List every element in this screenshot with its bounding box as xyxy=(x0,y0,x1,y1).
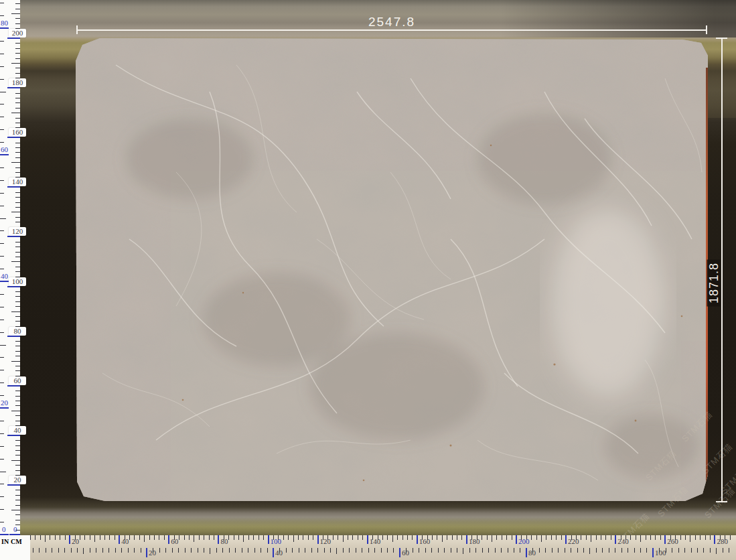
inch-minor-tick xyxy=(0,307,4,307)
cm-minor-tick xyxy=(630,535,631,540)
cm-minor-tick xyxy=(15,123,20,123)
inch-minor-tick xyxy=(317,548,318,553)
cm-major-tick xyxy=(417,535,418,544)
width-dimension-end-tick xyxy=(706,25,707,34)
cm-minor-tick xyxy=(288,535,289,540)
inch-minor-tick xyxy=(0,509,4,510)
cm-minor-tick xyxy=(313,535,313,540)
cm-minor-tick xyxy=(204,535,204,540)
cm-major-tick xyxy=(516,535,517,544)
inch-minor-tick xyxy=(381,548,382,553)
cm-major-tick xyxy=(7,484,20,486)
cm-minor-tick xyxy=(432,535,433,540)
cm-mid-tick xyxy=(11,510,20,510)
cm-minor-tick xyxy=(154,535,155,540)
inch-minor-tick xyxy=(134,548,135,553)
cm-minor-tick xyxy=(561,535,562,540)
cm-minor-tick xyxy=(15,98,20,98)
inch-minor-tick xyxy=(0,320,4,320)
inch-mid-tick xyxy=(83,548,84,554)
inch-minor-tick xyxy=(128,548,129,553)
cm-major-tick xyxy=(69,535,70,544)
inch-minor-tick xyxy=(77,548,78,553)
inch-minor-tick xyxy=(159,548,160,553)
inch-minor-tick xyxy=(267,548,268,553)
cm-major-tick xyxy=(7,137,20,138)
bottom-cm-ruler-number: 60 xyxy=(171,537,178,546)
inch-minor-tick xyxy=(0,421,4,421)
cm-minor-tick xyxy=(134,535,135,540)
cm-minor-tick xyxy=(546,535,546,540)
cm-minor-tick xyxy=(15,172,20,173)
cm-mid-tick xyxy=(11,261,20,262)
inch-minor-tick xyxy=(451,548,451,553)
bottom-cm-ruler-number: 260 xyxy=(667,537,678,546)
cm-minor-tick xyxy=(15,520,20,520)
inch-minor-tick xyxy=(52,548,52,553)
inch-minor-tick xyxy=(229,548,230,553)
cm-minor-tick xyxy=(15,316,20,317)
inch-minor-tick xyxy=(96,548,96,553)
inch-minor-tick xyxy=(46,548,46,553)
inch-minor-tick xyxy=(0,370,4,370)
cm-mid-tick xyxy=(11,460,20,461)
cm-minor-tick xyxy=(15,257,20,257)
cm-minor-tick xyxy=(15,93,20,94)
cm-minor-tick xyxy=(636,535,636,540)
left-inch-zero-number: 0 xyxy=(2,525,6,534)
cm-minor-tick xyxy=(104,535,105,540)
cm-minor-tick xyxy=(15,207,20,208)
cm-mid-tick xyxy=(144,535,145,542)
inch-minor-tick xyxy=(640,548,641,553)
cm-minor-tick xyxy=(100,535,100,540)
inch-minor-tick xyxy=(609,548,609,553)
cm-minor-tick xyxy=(15,401,20,401)
cm-major-tick xyxy=(7,286,20,287)
inch-minor-tick xyxy=(58,548,59,553)
inch-minor-tick xyxy=(703,548,704,553)
inch-minor-tick xyxy=(387,548,388,553)
cm-minor-tick xyxy=(452,535,453,540)
inch-minor-tick xyxy=(565,548,565,553)
cm-minor-tick xyxy=(15,271,20,272)
cm-minor-tick xyxy=(159,535,159,540)
stm-watermark: STM石猫 xyxy=(702,485,736,521)
inch-minor-tick xyxy=(343,548,344,553)
cm-minor-tick xyxy=(15,321,20,322)
inch-minor-tick xyxy=(0,230,4,231)
bottom-cm-ruler-number: 240 xyxy=(617,537,629,546)
cm-mid-tick xyxy=(243,535,244,542)
inch-minor-tick xyxy=(254,548,255,553)
cm-minor-tick xyxy=(447,535,447,540)
inch-minor-tick xyxy=(0,180,4,181)
cm-minor-tick xyxy=(333,535,334,540)
inch-minor-tick xyxy=(615,548,615,553)
inch-minor-tick xyxy=(729,548,729,553)
inch-minor-tick xyxy=(0,433,4,434)
cm-minor-tick xyxy=(338,535,338,540)
inch-minor-tick xyxy=(469,548,470,553)
cm-minor-tick xyxy=(15,43,20,44)
bottom-cm-ruler-number: 280 xyxy=(717,537,728,546)
cm-minor-tick xyxy=(461,535,462,540)
cm-mid-tick xyxy=(11,361,20,362)
left-cm-ruler-number: 80 xyxy=(9,327,26,336)
left-cm-ruler-number: 140 xyxy=(9,178,26,186)
bottom-cm-ruler-number: 20 xyxy=(72,537,79,546)
bottom-inch-ruler-number: 20 xyxy=(149,549,156,557)
cm-minor-tick xyxy=(15,366,20,366)
slab-height-dimension-label: 1871.8 xyxy=(707,257,721,310)
cm-minor-tick xyxy=(15,267,20,267)
cm-minor-tick xyxy=(15,222,20,222)
cm-minor-tick xyxy=(402,535,403,540)
cm-minor-tick xyxy=(556,535,557,540)
inch-minor-tick xyxy=(286,548,287,553)
inch-minor-tick xyxy=(552,548,553,553)
inch-minor-tick xyxy=(102,548,103,553)
cm-major-tick xyxy=(218,535,219,544)
cm-mid-tick xyxy=(591,535,591,542)
cm-minor-tick xyxy=(15,396,20,397)
inch-minor-tick xyxy=(438,548,439,553)
cm-major-tick xyxy=(7,236,20,237)
cm-minor-tick xyxy=(15,370,20,371)
